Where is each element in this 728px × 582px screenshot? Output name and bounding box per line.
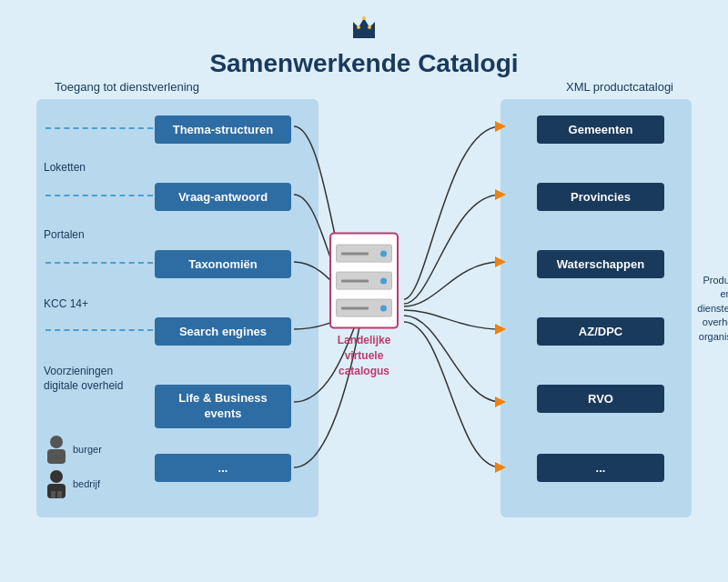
person-area: burger bedrijf xyxy=(44,434,102,499)
burger-label: burger xyxy=(73,444,102,455)
svg-marker-1 xyxy=(353,18,375,35)
right-panel: Gemeenten Provincies Waterschappen AZ/DP… xyxy=(500,99,692,517)
dashed-line-4 xyxy=(46,329,153,331)
server-graphic xyxy=(329,233,399,329)
box-lbe: Life & Businessevents xyxy=(155,385,291,428)
svg-point-3 xyxy=(362,16,366,20)
burger-row: burger xyxy=(44,434,102,465)
box-dots-left: ... xyxy=(155,454,291,482)
svg-rect-6 xyxy=(47,449,66,464)
box-provincies: Provincies xyxy=(537,183,664,211)
server-unit-3 xyxy=(336,299,392,317)
box-vraag: Vraag-antwoord xyxy=(155,183,291,211)
svg-rect-8 xyxy=(47,484,66,498)
center-label: Landelijkevirtuelecatalogus xyxy=(329,333,399,378)
main-container: Samenwerkende Catalogi Toegang tot diens… xyxy=(0,0,728,582)
box-search: Search engines xyxy=(155,317,291,346)
server-unit-1 xyxy=(336,245,392,263)
svg-rect-9 xyxy=(51,491,56,498)
svg-rect-0 xyxy=(353,35,375,38)
label-portalen: Portalen xyxy=(44,228,85,241)
box-taxo: Taxonomiën xyxy=(155,250,291,278)
label-kcc: KCC 14+ xyxy=(44,297,88,310)
col-labels: Toegang tot dienstverlening XML productc… xyxy=(0,80,728,94)
svg-point-5 xyxy=(50,436,63,448)
label-voorzieningen: Voorzieningendigitale overheid xyxy=(44,365,123,393)
left-panel: Loketten Portalen KCC 14+ Voorzieningend… xyxy=(36,99,318,517)
dashed-line-2 xyxy=(46,195,153,196)
dashed-line-3 xyxy=(46,262,153,264)
svg-point-4 xyxy=(368,25,371,29)
left-col-label: Toegang tot dienstverlening xyxy=(55,80,199,94)
box-thema: Thema-structuren xyxy=(155,115,291,144)
box-az: AZ/DPC xyxy=(537,317,664,346)
burger-icon xyxy=(44,434,69,465)
center-server-area: Landelijkevirtuelecatalogus xyxy=(329,233,399,378)
bedrijf-row: bedrijf xyxy=(44,468,102,499)
dashed-line-1 xyxy=(46,127,153,129)
svg-point-2 xyxy=(357,25,360,29)
header: Samenwerkende Catalogi xyxy=(0,0,728,78)
box-waterschappen: Waterschappen xyxy=(537,250,664,278)
diagram-area: Loketten Portalen KCC 14+ Voorzieningend… xyxy=(36,99,692,517)
bedrijf-icon xyxy=(44,468,69,499)
box-rvo: RVO xyxy=(537,385,664,413)
prod-diensten-label: Producten endiensten vanoverheids-organi… xyxy=(696,274,728,344)
label-loketten: Loketten xyxy=(44,161,86,174)
server-unit-2 xyxy=(336,272,392,290)
main-title: Samenwerkende Catalogi xyxy=(0,49,728,78)
svg-rect-10 xyxy=(57,491,62,498)
svg-point-7 xyxy=(50,470,63,483)
bedrijf-label: bedrijf xyxy=(73,478,100,489)
right-col-label: XML productcatalogi xyxy=(566,80,673,94)
box-gemeenten: Gemeenten xyxy=(537,115,664,144)
box-dots-right: ... xyxy=(537,454,664,482)
crown-icon xyxy=(346,9,382,45)
